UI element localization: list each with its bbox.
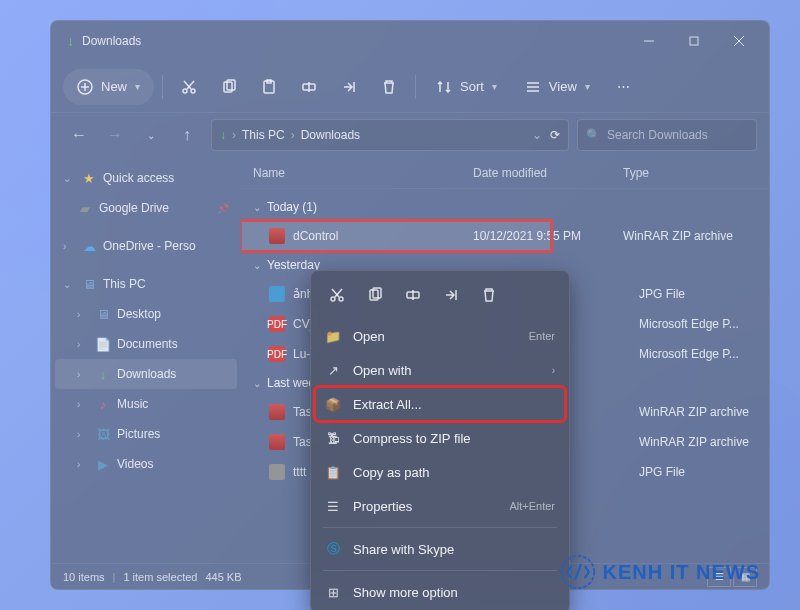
group-today[interactable]: ⌄ Today (1) [241,193,769,221]
column-headers: Name Date modified Type [241,157,769,189]
sort-label: Sort [460,79,484,94]
svg-point-20 [331,297,335,301]
view-button[interactable]: View ▾ [513,69,602,105]
file-row-dcontrol[interactable]: dControl [241,221,551,251]
more-button[interactable]: ⋯ [606,69,642,105]
ctx-copy-button[interactable] [357,279,393,311]
forward-button[interactable]: → [99,119,131,151]
maximize-button[interactable] [671,25,716,57]
archive-icon [269,434,285,450]
toolbar: New ▾ Sort ▾ View ▾ ⋯ [51,61,769,113]
sidebar-item-quick-access[interactable]: ⌄ ★ Quick access [55,163,237,193]
search-input[interactable]: 🔍 Search Downloads [577,119,757,151]
sidebar-item-desktop[interactable]: › 🖥 Desktop [55,299,237,329]
refresh-button[interactable]: ⟳ [550,128,560,142]
music-icon: ♪ [95,397,111,412]
ctx-cut-button[interactable] [319,279,355,311]
svg-rect-1 [690,37,698,45]
ctx-compress[interactable]: 🗜 Compress to ZIP file [315,421,565,455]
new-label: New [101,79,127,94]
sidebar-item-documents[interactable]: › 📄 Documents [55,329,237,359]
ctx-open-with[interactable]: ↗ Open with › [315,353,565,387]
search-placeholder: Search Downloads [607,128,708,142]
rename-button[interactable] [291,69,327,105]
sidebar-item-music[interactable]: › ♪ Music [55,389,237,419]
delete-button[interactable] [371,69,407,105]
navbar: ← → ⌄ ↑ ↓ › This PC › Downloads ⌄ ⟳ 🔍 Se… [51,113,769,157]
sort-button[interactable]: Sort ▾ [424,69,509,105]
chevron-right-icon: › [291,128,295,142]
minimize-button[interactable] [626,25,671,57]
downloads-folder-icon: ↓ [220,128,226,142]
status-selected: 1 item selected [123,571,197,583]
chevron-down-icon: ⌄ [253,378,261,389]
chevron-right-icon: › [77,399,89,410]
status-item-count: 10 items [63,571,105,583]
desktop-icon: 🖥 [95,307,111,322]
chevron-down-icon[interactable]: ⌄ [532,128,542,142]
sidebar-item-videos[interactable]: › ▶ Videos [55,449,237,479]
sidebar-item-pictures[interactable]: › 🖼 Pictures [55,419,237,449]
column-name[interactable]: Name [253,166,473,180]
close-button[interactable] [716,25,761,57]
pictures-icon: 🖼 [95,427,111,442]
up-button[interactable]: ↑ [171,119,203,151]
ctx-show-more[interactable]: ⊞ Show more option [315,575,565,609]
watermark: KENH IT NEWS [560,554,760,590]
sidebar-item-this-pc[interactable]: ⌄ 🖥 This PC [55,269,237,299]
ctx-properties[interactable]: ☰ Properties Alt+Enter [315,489,565,523]
copy-button[interactable] [211,69,247,105]
share-button[interactable] [331,69,367,105]
documents-icon: 📄 [95,337,111,352]
chevron-down-icon: ⌄ [253,202,261,213]
sidebar-item-onedrive[interactable]: › ☁ OneDrive - Perso [55,231,237,261]
chevron-down-icon: ⌄ [63,173,75,184]
pin-icon: 📌 [217,203,229,214]
watermark-logo-icon [560,554,596,590]
sidebar-item-downloads[interactable]: › ↓ Downloads [55,359,237,389]
show-more-icon: ⊞ [325,585,341,600]
chevron-down-icon: ▾ [135,81,140,92]
breadcrumb-segment[interactable]: This PC [242,128,285,142]
column-type[interactable]: Type [623,166,757,180]
open-icon: 📁 [325,329,341,344]
watermark-brand: KENH IT NEWS [602,561,760,584]
sidebar: ⌄ ★ Quick access ▰ Google Drive 📌 › ☁ On… [51,157,241,563]
breadcrumb-segment[interactable]: Downloads [301,128,360,142]
ctx-open[interactable]: 📁 Open Enter [315,319,565,353]
drive-icon: ▰ [77,201,93,216]
ctx-copy-path[interactable]: 📋 Copy as path [315,455,565,489]
skype-icon: Ⓢ [325,540,341,558]
chevron-right-icon: › [77,369,89,380]
chevron-right-icon: › [77,459,89,470]
ctx-rename-button[interactable] [395,279,431,311]
new-button[interactable]: New ▾ [63,69,154,105]
ctx-extract-all[interactable]: 📦 Extract All... [315,387,565,421]
chevron-down-icon: ⌄ [253,260,261,271]
svg-point-7 [183,89,187,93]
chevron-right-icon: › [232,128,236,142]
image-icon [269,286,285,302]
text-icon [269,464,285,480]
ctx-delete-button[interactable] [471,279,507,311]
recent-button[interactable]: ⌄ [135,119,167,151]
window-controls [626,25,761,57]
ctx-share-button[interactable] [433,279,469,311]
monitor-icon: 🖥 [81,277,97,292]
properties-icon: ☰ [325,499,341,514]
downloads-icon: ↓ [95,367,111,382]
sidebar-item-google-drive[interactable]: ▰ Google Drive 📌 [55,193,237,223]
cut-button[interactable] [171,69,207,105]
column-date[interactable]: Date modified [473,166,623,180]
ellipsis-icon: ⋯ [617,79,630,94]
breadcrumb[interactable]: ↓ › This PC › Downloads ⌄ ⟳ [211,119,569,151]
window-title: Downloads [82,34,626,48]
chevron-right-icon: › [77,429,89,440]
status-size: 445 KB [205,571,241,583]
back-button[interactable]: ← [63,119,95,151]
ctx-share-skype[interactable]: Ⓢ Share with Skype [315,532,565,566]
pdf-icon: PDF [269,316,285,332]
context-menu: 📁 Open Enter ↗ Open with › 📦 Extract All… [310,270,570,610]
svg-point-21 [339,297,343,301]
paste-button[interactable] [251,69,287,105]
